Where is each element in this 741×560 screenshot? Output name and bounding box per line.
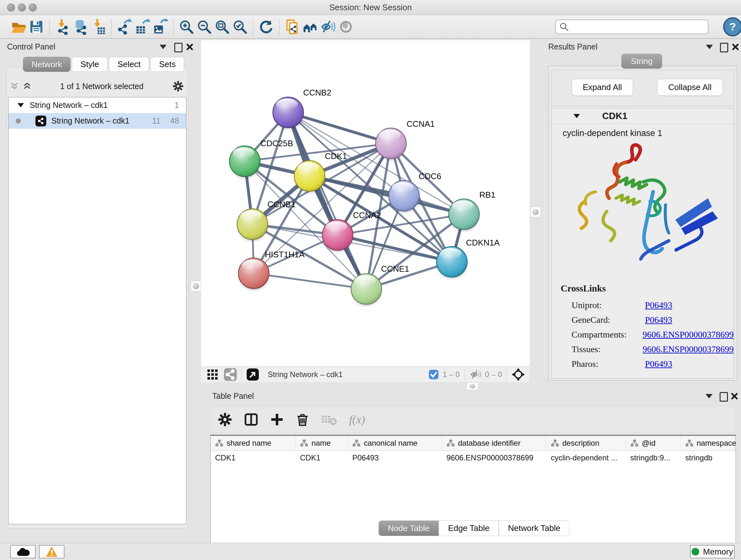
node-CCNB1[interactable]: CCNB1 bbox=[237, 199, 295, 241]
table-float-icon[interactable] bbox=[720, 392, 728, 401]
table-cell[interactable]: CDK1 bbox=[211, 451, 295, 465]
zoom-out-icon[interactable] bbox=[195, 18, 213, 36]
import-table-icon[interactable] bbox=[89, 18, 107, 36]
crosslink-link[interactable]: P06493 bbox=[645, 300, 672, 310]
search-input[interactable] bbox=[569, 22, 704, 32]
show-neighbors-houses-icon[interactable] bbox=[301, 18, 319, 36]
tab-select[interactable]: Select bbox=[109, 57, 149, 72]
grid-icon[interactable] bbox=[206, 368, 219, 381]
table-cell[interactable]: cyclin-dependent ... bbox=[546, 451, 626, 465]
share-icon[interactable] bbox=[224, 368, 237, 381]
memory-button[interactable]: Memory bbox=[690, 545, 735, 558]
column-header-database-identifier[interactable]: database identifier bbox=[442, 436, 546, 450]
expand-all-icon[interactable] bbox=[23, 82, 31, 90]
collection-count: 1 bbox=[175, 101, 179, 110]
node-RB1[interactable]: RB1 bbox=[449, 190, 495, 231]
import-network-database-icon[interactable] bbox=[71, 18, 89, 36]
warning-button[interactable] bbox=[39, 545, 64, 558]
tab-network-table[interactable]: Network Table bbox=[499, 520, 569, 536]
network-options-gear-icon[interactable] bbox=[172, 80, 184, 92]
left-splitter-handle[interactable] bbox=[191, 281, 201, 291]
table-cell[interactable]: P06493 bbox=[348, 451, 442, 465]
column-header--id[interactable]: @id bbox=[626, 436, 681, 450]
node-CDKN1A[interactable]: CDKN1A bbox=[436, 238, 500, 278]
network-canvas[interactable]: CCNB2CCNA1CDC25BCDK1CDC6RB1CCNB1CCNA2CDK… bbox=[201, 40, 530, 367]
tab-string[interactable]: String bbox=[621, 54, 662, 69]
panel-menu-icon[interactable] bbox=[159, 45, 166, 49]
node-HIST1H1A[interactable]: HIST1H1A bbox=[239, 250, 305, 290]
save-session-icon[interactable] bbox=[27, 18, 45, 36]
open-session-icon[interactable] bbox=[10, 18, 27, 36]
edge-CDK1-RB1[interactable] bbox=[310, 176, 464, 214]
panel-float-icon[interactable] bbox=[174, 43, 183, 52]
column-header-namespace[interactable]: namespace bbox=[681, 436, 736, 450]
zoom-selected-icon[interactable] bbox=[231, 18, 249, 36]
protein-section-header[interactable]: CDK1 bbox=[552, 108, 734, 124]
tab-sets[interactable]: Sets bbox=[150, 57, 184, 72]
gear-icon[interactable] bbox=[218, 412, 232, 427]
crosslink-row: Uniprot:P06493 bbox=[571, 300, 734, 310]
tab-node-table[interactable]: Node Table bbox=[379, 520, 439, 536]
column-label: @id bbox=[642, 439, 656, 448]
horizontal-splitter-handle[interactable] bbox=[467, 382, 478, 390]
help-button[interactable]: ? bbox=[723, 17, 741, 37]
open-in-window-icon[interactable] bbox=[246, 368, 259, 381]
export-table-icon[interactable] bbox=[133, 18, 151, 36]
expand-all-button[interactable]: Expand All bbox=[571, 79, 633, 96]
tab-network[interactable]: Network bbox=[23, 57, 71, 72]
export-network-icon[interactable] bbox=[116, 18, 133, 36]
right-splitter-handle[interactable] bbox=[530, 207, 541, 217]
table-menu-icon[interactable] bbox=[705, 394, 713, 398]
column-header-description[interactable]: description bbox=[546, 436, 626, 450]
edge-CCNB2-CCNE1[interactable] bbox=[288, 112, 366, 289]
export-image-icon[interactable] bbox=[151, 18, 169, 36]
add-column-icon[interactable] bbox=[270, 413, 284, 427]
copy-network-icon[interactable] bbox=[283, 18, 301, 36]
collection-expand-icon[interactable] bbox=[17, 103, 24, 107]
node-CDC25B[interactable]: CDC25B bbox=[229, 138, 293, 178]
table-cell[interactable]: CDK1 bbox=[295, 451, 348, 465]
table-cell[interactable]: 9606.ENSP00000378699 bbox=[442, 451, 546, 465]
results-close-icon[interactable] bbox=[731, 43, 739, 51]
delete-column-icon[interactable] bbox=[295, 413, 310, 427]
tab-style[interactable]: Style bbox=[72, 57, 108, 72]
network-type-icon bbox=[36, 116, 46, 126]
edge-HIST1H1A-CCNE1[interactable] bbox=[254, 273, 366, 289]
import-network-file-icon[interactable] bbox=[54, 18, 71, 36]
show-all-eye-icon[interactable] bbox=[337, 18, 355, 36]
table-cell[interactable]: stringdb bbox=[681, 451, 736, 465]
results-float-icon[interactable] bbox=[720, 43, 728, 52]
column-header-canonical-name[interactable]: canonical name bbox=[348, 436, 442, 450]
table-cell[interactable]: stringdb:9... bbox=[626, 451, 681, 465]
table-header-row: shared namenamecanonical namedatabase id… bbox=[211, 436, 736, 451]
network-row-selected[interactable]: String Network – cdk1 11 48 bbox=[9, 113, 186, 129]
crosslink-link[interactable]: 9606.ENSP00000378699 bbox=[643, 344, 734, 354]
node-CCNA1[interactable]: CCNA1 bbox=[376, 119, 434, 160]
hidden-eye-icon[interactable] bbox=[469, 368, 482, 381]
edge-CCNB2-CCNA1[interactable] bbox=[288, 112, 391, 143]
selected-checkbox[interactable] bbox=[428, 369, 439, 380]
hide-selected-eye-icon[interactable] bbox=[319, 18, 337, 36]
zoom-in-icon[interactable] bbox=[178, 18, 195, 36]
node-CCNE1[interactable]: CCNE1 bbox=[351, 264, 409, 306]
column-header-shared-name[interactable]: shared name bbox=[211, 436, 295, 450]
zoom-fit-icon[interactable] bbox=[213, 18, 231, 36]
columns-icon[interactable] bbox=[244, 412, 259, 427]
collapse-all-button[interactable]: Collapse All bbox=[657, 79, 723, 96]
crosslink-link[interactable]: P06493 bbox=[645, 359, 672, 369]
cloud-button[interactable] bbox=[10, 545, 36, 558]
crosslink-link[interactable]: 9606.ENSP00000378699 bbox=[643, 329, 734, 340]
table-row[interactable]: CDK1CDK1P064939606.ENSP00000378699cyclin… bbox=[211, 451, 736, 465]
results-menu-icon[interactable] bbox=[706, 45, 713, 49]
network-collection-row[interactable]: String Network – cdk1 1 bbox=[9, 98, 186, 113]
crosshair-icon[interactable] bbox=[511, 368, 525, 381]
crosslink-link[interactable]: P06493 bbox=[645, 315, 672, 325]
panel-close-icon[interactable] bbox=[186, 43, 193, 51]
table-close-icon[interactable] bbox=[731, 392, 738, 400]
status-footer: Memory bbox=[0, 543, 741, 560]
column-header-name[interactable]: name bbox=[295, 436, 348, 450]
collapse-all-icon[interactable] bbox=[10, 82, 18, 90]
tab-edge-table[interactable]: Edge Table bbox=[439, 520, 499, 536]
apply-layout-icon[interactable] bbox=[257, 18, 275, 36]
section-expand-icon[interactable] bbox=[574, 114, 580, 118]
